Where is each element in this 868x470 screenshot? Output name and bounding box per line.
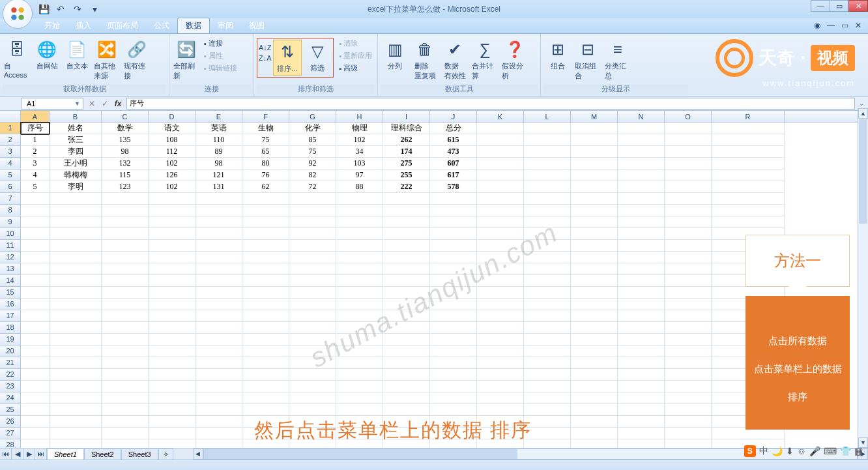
cell[interactable]	[524, 299, 571, 310]
cell[interactable]	[21, 240, 50, 252]
cell[interactable]	[618, 369, 665, 381]
cell[interactable]	[430, 392, 477, 404]
cell[interactable]	[571, 205, 618, 216]
cell[interactable]	[430, 299, 477, 310]
cell[interactable]	[477, 123, 524, 134]
cell[interactable]	[50, 193, 102, 205]
row-header[interactable]: 5	[0, 169, 21, 181]
row-header[interactable]: 20	[0, 345, 21, 357]
row-header[interactable]: 6	[0, 181, 21, 193]
cell[interactable]	[430, 334, 477, 345]
ribbon-tab-0[interactable]: 开始	[36, 18, 68, 33]
cell[interactable]	[571, 322, 618, 334]
name-box[interactable]: A1▼	[21, 98, 83, 110]
cell[interactable]	[618, 181, 665, 193]
col-header-F[interactable]: F	[242, 111, 289, 122]
tab-prev-icon[interactable]: ◀	[12, 448, 23, 460]
sort-desc-icon[interactable]: Z↓A	[259, 54, 272, 62]
cell[interactable]	[665, 263, 712, 275]
cell[interactable]	[336, 299, 383, 310]
refresh-all-button[interactable]: 🔄全部刷新	[172, 38, 201, 82]
cell[interactable]	[665, 381, 712, 392]
cell[interactable]	[289, 404, 336, 416]
cell[interactable]	[149, 416, 195, 428]
cell[interactable]	[21, 252, 50, 263]
cell[interactable]: 序号	[21, 123, 50, 134]
cell[interactable]: 5	[21, 181, 50, 193]
mic-icon[interactable]: 🎤	[809, 446, 820, 456]
datatool-btn-3[interactable]: ∑合并计算	[470, 38, 499, 82]
cell[interactable]	[712, 193, 785, 205]
cell[interactable]	[21, 216, 50, 228]
cell[interactable]: 1	[21, 134, 50, 146]
cell[interactable]	[571, 299, 618, 310]
cell[interactable]	[383, 275, 430, 287]
cell[interactable]: 英语	[195, 123, 242, 134]
cell[interactable]	[477, 240, 524, 252]
cell[interactable]	[21, 275, 50, 287]
cell[interactable]	[524, 216, 571, 228]
cell[interactable]	[336, 216, 383, 228]
cell[interactable]	[524, 345, 571, 357]
col-header-E[interactable]: E	[195, 111, 242, 122]
cell[interactable]	[477, 310, 524, 322]
cell[interactable]: 123	[102, 181, 149, 193]
cell[interactable]	[21, 369, 50, 381]
row-header[interactable]: 2	[0, 134, 21, 146]
cell[interactable]	[571, 216, 618, 228]
cell[interactable]	[50, 252, 102, 263]
cell[interactable]	[524, 322, 571, 334]
col-header-B[interactable]: B	[50, 111, 102, 122]
expand-formula-icon[interactable]: ⌄	[855, 100, 868, 107]
row-header[interactable]: 23	[0, 381, 21, 392]
cell[interactable]	[524, 123, 571, 134]
cell[interactable]: 80	[242, 158, 289, 169]
cell[interactable]	[21, 228, 50, 240]
cell[interactable]	[242, 205, 289, 216]
cell[interactable]	[102, 275, 149, 287]
cell[interactable]	[21, 299, 50, 310]
row-header[interactable]: 9	[0, 216, 21, 228]
cell[interactable]	[665, 334, 712, 345]
cell[interactable]	[21, 193, 50, 205]
cell[interactable]	[524, 134, 571, 146]
cell[interactable]: 65	[242, 146, 289, 158]
maximize-button[interactable]: ▭	[830, 0, 849, 12]
cell[interactable]	[524, 369, 571, 381]
cell[interactable]	[524, 158, 571, 169]
redo-icon[interactable]: ↷	[70, 2, 85, 16]
smile-icon[interactable]: ☺	[797, 446, 806, 456]
cell[interactable]	[477, 216, 524, 228]
cell[interactable]	[618, 345, 665, 357]
cell[interactable]	[336, 345, 383, 357]
outline-btn-0[interactable]: ⊞组合	[543, 38, 572, 72]
cell[interactable]	[102, 428, 149, 439]
cell[interactable]	[102, 334, 149, 345]
cancel-formula-icon[interactable]: ✕	[86, 99, 98, 108]
cell[interactable]	[195, 240, 242, 252]
cell[interactable]	[430, 263, 477, 275]
cell[interactable]	[712, 158, 785, 169]
restore-icon[interactable]: ▭	[839, 20, 850, 31]
cell[interactable]	[571, 275, 618, 287]
cell[interactable]	[477, 169, 524, 181]
cell[interactable]	[430, 193, 477, 205]
cell[interactable]	[289, 381, 336, 392]
cell[interactable]	[524, 240, 571, 252]
cell[interactable]: 34	[336, 146, 383, 158]
cell[interactable]	[665, 158, 712, 169]
col-header-O[interactable]: O	[665, 111, 712, 122]
cell[interactable]	[242, 322, 289, 334]
cell[interactable]	[50, 216, 102, 228]
cell[interactable]	[618, 428, 665, 439]
cell[interactable]	[383, 252, 430, 263]
cell[interactable]	[21, 287, 50, 299]
cell[interactable]	[383, 392, 430, 404]
cell[interactable]: 607	[430, 158, 477, 169]
cell[interactable]	[336, 322, 383, 334]
row-header[interactable]: 11	[0, 240, 21, 252]
cell[interactable]	[102, 322, 149, 334]
keyboard-icon[interactable]: ⌨	[824, 446, 837, 456]
cell[interactable]	[336, 275, 383, 287]
cell[interactable]	[336, 252, 383, 263]
